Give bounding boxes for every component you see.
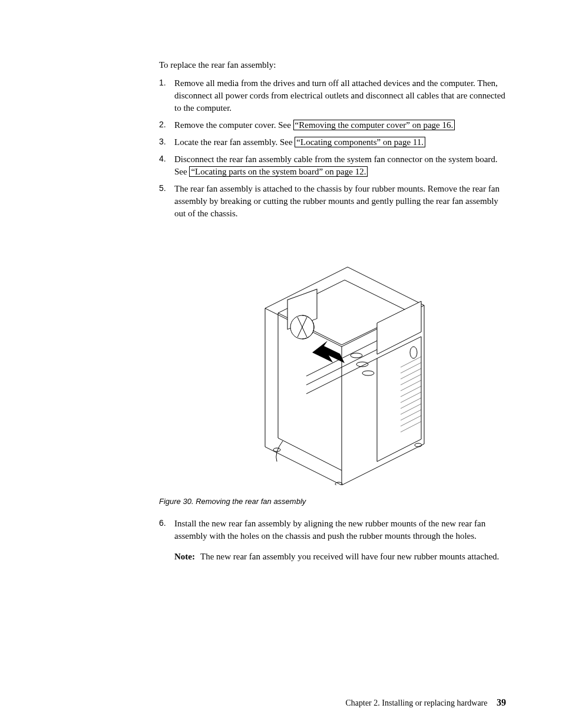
step-number: 2. xyxy=(159,119,166,131)
step-6: 6. Install the new rear fan assembly by … xyxy=(159,518,506,563)
step-number: 6. xyxy=(159,518,166,529)
cross-reference-link[interactable]: “Locating parts on the system board” on … xyxy=(189,166,368,177)
cross-reference-link[interactable]: “Removing the computer cover” on page 16… xyxy=(293,120,455,130)
cross-reference-link[interactable]: “Locating components” on page 11. xyxy=(295,137,425,147)
step-text: Remove the computer cover. See xyxy=(174,120,293,130)
step-number: 4. xyxy=(159,153,166,165)
step-text: The rear fan assembly is attached to the… xyxy=(174,184,500,218)
svg-marker-17 xyxy=(377,337,421,462)
chapter-title: Chapter 2. Installing or replacing hardw… xyxy=(345,699,487,707)
figure: Figure 30. Removing the rear fan assembl… xyxy=(159,238,506,506)
step-number: 3. xyxy=(159,136,166,148)
computer-chassis-illustration xyxy=(224,238,442,485)
step-text: Remove all media from the drives and tur… xyxy=(174,78,505,113)
step-list-continued: 6. Install the new rear fan assembly by … xyxy=(159,518,506,563)
note-text: The new rear fan assembly you received w… xyxy=(200,552,499,561)
step-3: 3. Locate the rear fan assembly. See “Lo… xyxy=(159,136,506,149)
figure-caption: Figure 30. Removing the rear fan assembl… xyxy=(159,497,506,506)
step-text: Install the new rear fan assembly by ali… xyxy=(174,519,485,541)
step-number: 5. xyxy=(159,183,166,195)
note-block: Note: The new rear fan assembly you rece… xyxy=(174,551,506,563)
page-content: To replace the rear fan assembly: 1. Rem… xyxy=(0,0,562,728)
step-text: Locate the rear fan assembly. See xyxy=(174,137,295,147)
step-list: 1. Remove all media from the drives and … xyxy=(159,77,506,220)
note-label: Note: xyxy=(174,551,195,563)
step-1: 1. Remove all media from the drives and … xyxy=(159,77,506,114)
step-2: 2. Remove the computer cover. See “Remov… xyxy=(159,119,506,131)
step-5: 5. The rear fan assembly is attached to … xyxy=(159,183,506,220)
page-number: 39 xyxy=(497,697,506,707)
step-number: 1. xyxy=(159,77,166,89)
page-footer: Chapter 2. Installing or replacing hardw… xyxy=(345,697,506,708)
intro-text: To replace the rear fan assembly: xyxy=(159,59,506,71)
step-4: 4. Disconnect the rear fan assembly cabl… xyxy=(159,153,506,178)
